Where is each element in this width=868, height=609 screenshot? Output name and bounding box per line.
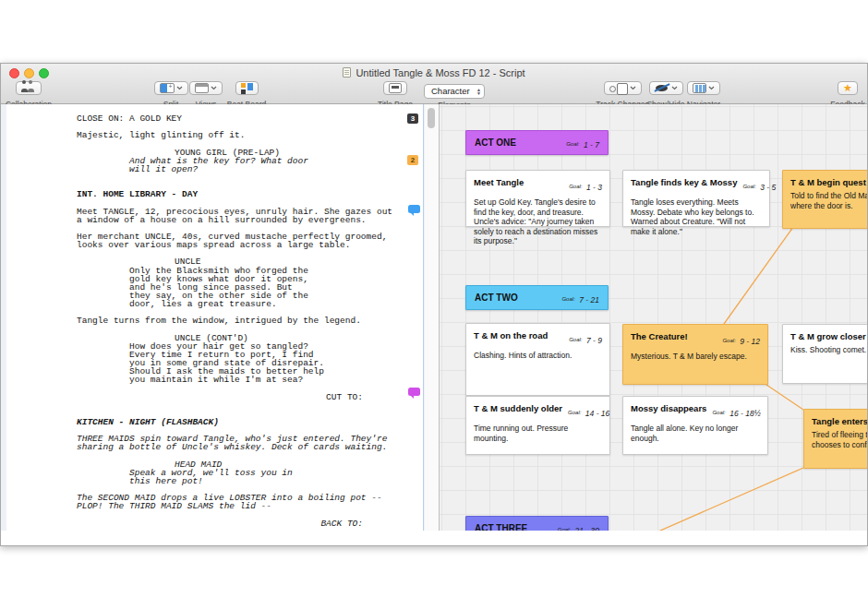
beat-card[interactable]: T & M suddenly older Goal: 14 - 16 Time …	[465, 396, 610, 455]
card-title: T & M begin quest	[790, 177, 866, 187]
act-goal: Goal: 21 - 30	[558, 520, 599, 531]
script-line: Tangle turns from the window, intrigued …	[77, 316, 411, 325]
script-line: INT. HOME LIBRARY - DAY	[77, 190, 411, 198]
script-line	[77, 401, 411, 410]
card-body: Told to find the Old Man. He knows where…	[790, 191, 867, 210]
window-chrome: Untitled Tangle & Moss FD 12 - Script Co…	[1, 64, 867, 104]
script-line: you maintain it while I'm at sea?	[129, 376, 411, 384]
card-title: T & M on the road	[474, 330, 548, 340]
script-line: CLOSE ON: A GOLD KEY	[77, 114, 411, 123]
scene-number-badge[interactable]: 2	[407, 155, 418, 165]
script-line: door, lies a great treasure.	[129, 300, 411, 308]
script-line: a window of a house on a hill surrounded…	[77, 216, 411, 224]
act-card[interactable]: ACT ONE Goal: 1 - 7	[465, 130, 609, 155]
act-label: ACT ONE	[475, 137, 516, 148]
split-view-icon	[160, 83, 175, 93]
scene-number-badge[interactable]: 3	[407, 113, 418, 124]
app-window: Untitled Tangle & Moss FD 12 - Script Co…	[0, 63, 868, 546]
act-label: ACT TWO	[475, 293, 518, 303]
script-line: CUT TO:	[77, 393, 411, 401]
card-goal: Goal: 7 - 9	[569, 330, 602, 347]
card-title: Tangle finds key & Mossy	[631, 177, 737, 187]
beat-card[interactable]: Mossy disappears Goal: 16 - 18½ Tangle a…	[622, 396, 768, 455]
card-body: Tangle loses everything. Meets Mossy. De…	[631, 197, 762, 236]
chevron-down-icon	[671, 86, 678, 90]
chevron-down-icon	[211, 86, 217, 90]
script-scrollbar[interactable]	[425, 104, 439, 531]
track-changes-icon	[609, 83, 628, 93]
card-title: The Creature!	[631, 331, 688, 341]
card-title: T & M grow closer	[790, 331, 866, 341]
window-title: Untitled Tangle & Moss FD 12 - Script	[356, 67, 524, 78]
script-line: KITCHEN - NIGHT (FLASHBACK)	[77, 418, 411, 426]
script-line	[77, 452, 411, 460]
act-card[interactable]: ACT THREE Goal: 21 - 30	[465, 516, 609, 531]
chevron-down-icon	[176, 86, 183, 90]
collaboration-icon	[21, 84, 36, 92]
card-title: Mossy disappears	[631, 403, 706, 413]
card-body: Mysterious. T & M barely escape.	[631, 352, 760, 362]
navigator-icon	[693, 83, 706, 93]
beat-board-icon	[241, 83, 253, 94]
beat-board-pane[interactable]: ACT ONE Goal: 1 - 7 ACT TWO Goal: 7 - 21…	[440, 104, 867, 531]
card-body: Tangle all alone. Key no longer enough.	[631, 424, 760, 443]
title-bar[interactable]: Untitled Tangle & Moss FD 12 - Script	[1, 64, 867, 81]
chevron-down-icon	[630, 86, 636, 90]
act-label: ACT THREE	[475, 523, 527, 531]
elements-selected-value: Character	[431, 86, 470, 96]
card-title: Tangle enters lair	[812, 416, 867, 426]
script-line: Majestic, light glinting off it.	[77, 131, 411, 139]
script-line: this here pot!	[129, 477, 411, 485]
card-body: Set up Gold Key. Tangle's desire to find…	[474, 197, 602, 246]
views-icon	[195, 83, 209, 93]
beat-card[interactable]: Tangle finds key & Mossy Goal: 3 - 5 Tan…	[622, 170, 770, 227]
script-text: CLOSE ON: A GOLD KEY Majestic, light gli…	[77, 114, 411, 528]
chevron-down-icon	[708, 86, 715, 90]
beat-card[interactable]: The Creature! Goal: 9 - 12 Mysterious. T…	[622, 324, 768, 385]
main-content: CLOSE ON: A GOLD KEY Majestic, light gli…	[1, 104, 867, 531]
beat-card[interactable]: T & M grow closer Kiss. Shooting comet.	[782, 324, 867, 384]
script-line: looks over various maps spread across a …	[77, 241, 411, 249]
card-body: Kiss. Shooting comet.	[790, 345, 867, 355]
script-pane: CLOSE ON: A GOLD KEY Majestic, light gli…	[1, 104, 439, 531]
script-line: BACK TO:	[77, 519, 411, 528]
scrollbar-thumb[interactable]	[428, 108, 435, 128]
card-goal: Goal: 1 - 3	[569, 177, 602, 194]
eye-slash-icon	[655, 83, 669, 93]
card-goal: Goal: 16 - 18½	[712, 403, 760, 420]
beat-card[interactable]: T & M on the road Goal: 7 - 9 Clashing. …	[465, 323, 610, 396]
stepper-arrows-icon: ▲▼	[476, 88, 481, 95]
script-line: will it open?	[129, 165, 411, 173]
toolbar: Collaboration Split Views Beat Board Tit…	[1, 81, 867, 104]
card-body: Tired of fleeing the Creature, chooses t…	[812, 430, 867, 449]
note-bubble-icon[interactable]	[408, 205, 420, 213]
script-line: PLOP! The THIRD MAID SLAMS the lid --	[77, 502, 411, 510]
star-icon: ★	[843, 83, 852, 93]
title-page-icon	[389, 83, 402, 93]
card-body: Time running out. Pressure mounting.	[474, 424, 602, 443]
beat-card[interactable]: Tangle enters lair Tired of fleeing the …	[803, 409, 867, 469]
card-goal: Goal: 3 - 5	[742, 177, 776, 194]
document-icon	[343, 67, 351, 78]
note-bubble-icon[interactable]	[408, 388, 420, 396]
desktop: Untitled Tangle & Moss FD 12 - Script Co…	[0, 0, 868, 609]
script-line	[77, 173, 411, 182]
card-title: Meet Tangle	[474, 177, 524, 187]
card-goal: Goal: 14 - 16	[568, 403, 609, 420]
script-editor[interactable]: CLOSE ON: A GOLD KEY Majestic, light gli…	[6, 104, 424, 531]
card-title: T & M suddenly older	[474, 403, 562, 413]
script-line: sharing a bottle of Uncle's whiskey. Dec…	[77, 443, 411, 451]
act-goal: Goal: 7 - 21	[561, 290, 599, 306]
act-goal: Goal: 1 - 7	[566, 135, 599, 151]
act-card[interactable]: ACT TWO Goal: 7 - 21	[465, 285, 609, 310]
card-goal: Goal: 9 - 12	[722, 331, 760, 348]
beat-card[interactable]: T & M begin quest Told to find the Old M…	[782, 170, 867, 229]
card-body: Clashing. Hints of attraction.	[474, 351, 602, 361]
script-line	[77, 249, 411, 257]
beat-card[interactable]: Meet Tangle Goal: 1 - 3 Set up Gold Key.…	[465, 170, 610, 227]
